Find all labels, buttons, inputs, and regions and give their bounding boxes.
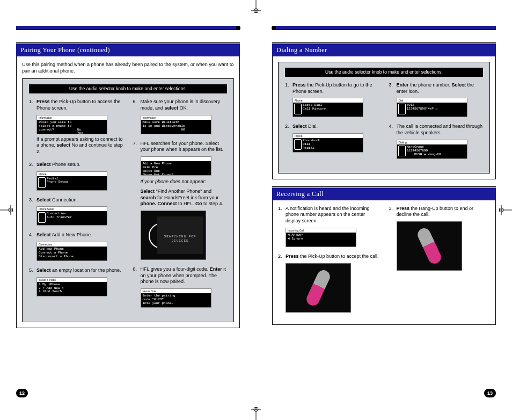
page-number-right: 13 <box>484 389 496 397</box>
receiving-col-1: A notification is heard and the incoming… <box>278 206 379 319</box>
page-number-left: 12 <box>16 389 28 397</box>
pairing-step-7: HFL searches for your phone. Select your… <box>133 141 228 260</box>
dialing-col-2: Enter the phone number. Select the enter… <box>389 82 484 165</box>
page-spread: Pairing Your Phone (continued) Use this … <box>0 0 512 420</box>
pairing-step-8: HFL gives you a four-digit code. Enter i… <box>133 266 228 308</box>
screen-add-new-phone: Connection Add New Phone Connect a Phone… <box>36 242 107 261</box>
pairing-col-2: Make sure your phone is in discovery mod… <box>133 99 228 314</box>
pairing-step-2: Select Phone setup. Phone Redial Phone S… <box>29 162 123 191</box>
screen-dial-entry: Dial |012_ 1234567890*#+P ↵ <box>397 98 467 117</box>
section-pairing: Pairing Your Phone (continued) Use this … <box>16 44 240 328</box>
page-12: Pairing Your Phone (continued) Use this … <box>0 0 256 420</box>
dialing-step-2: Select Dial. Phone Phonebook Dial Redial <box>285 124 379 153</box>
dialing-inset: Use the audio selector knob to make and … <box>278 62 490 173</box>
top-rule <box>272 26 496 30</box>
receiving-step-1: A notification is heard and the incoming… <box>278 206 379 247</box>
screen-incoming-call: Incoming Call ◄ Answer ◄ Ignore <box>286 228 356 247</box>
dialing-step-4: The call is connected and heard through … <box>389 124 484 158</box>
screen-connect-prompt: Information Would you like to select a p… <box>36 115 107 134</box>
pairing-step-5: Select an empty location for the phone. … <box>29 267 123 296</box>
section-receiving: Receiving a Call A notification is heard… <box>272 188 496 325</box>
pairing-col-1: Press the Pick-Up button to access the P… <box>29 99 123 314</box>
receiving-step-2: Press the Pick-Up button to accept the c… <box>278 254 379 313</box>
pairing-inset: Use the audio selector knob to make and … <box>22 78 234 322</box>
section-title-receiving: Receiving a Call <box>272 188 496 200</box>
page-13: Dialing a Number Use the audio selector … <box>256 0 512 420</box>
pairing-step-1-note: If a prompt appears asking to connect to… <box>36 136 123 155</box>
photo-hangup-button <box>397 221 462 271</box>
section-dialing: Dialing a Number Use the audio selector … <box>272 44 496 179</box>
section-title-dialing: Dialing a Number <box>272 44 496 56</box>
pairing-note: If your phone does not appear: <box>141 179 228 185</box>
pairing-hint: Use the audio selector knob to make and … <box>29 84 227 93</box>
screen-searching-devices: SEARCHING FOR DEVICES <box>141 211 206 260</box>
dialing-col-1: Press the Pick-Up button to go to the Ph… <box>285 82 379 165</box>
dialing-step-1: Press the Pick-Up button to go to the Ph… <box>285 82 379 117</box>
screen-phone-list: Add a New Phone Palm Pre Nexus One Phone… <box>141 156 211 176</box>
pairing-step-4: Select Add a New Phone. Connection Add N… <box>29 232 123 261</box>
receiving-step-3: Press the Hang-Up button to end or decli… <box>389 206 491 271</box>
pairing-step-1: Press the Pick-Up button to access the P… <box>29 99 123 155</box>
dialing-step-3: Enter the phone number. Select the enter… <box>389 82 484 117</box>
button-pill-icon <box>415 226 443 266</box>
screen-select-place: Select a Place 1 My iPhone 2 < Add New >… <box>36 277 107 296</box>
photo-pickup-button <box>286 263 351 313</box>
screen-dialing: Dialing MaryGrace 01234567890 PUSH ● Han… <box>397 140 467 159</box>
button-pill-icon <box>304 268 332 308</box>
screen-connection: Phone Setup Connection Auto Transfer <box>36 206 107 226</box>
screen-phone-main: Phone Speed Dial Call History <box>292 98 363 117</box>
top-rule <box>16 26 240 30</box>
pairing-note-body: Select "Find Another Phone" and search f… <box>141 189 228 207</box>
screen-phone-setup: Phone Redial Phone Setup <box>36 171 107 191</box>
screen-bluetooth-on: Information Make sure Bluetooth is on an… <box>141 115 211 134</box>
receiving-col-2: Press the Hang-Up button to end or decli… <box>389 206 491 319</box>
pairing-intro: Use this pairing method when a phone has… <box>22 62 234 74</box>
pairing-step-3: Select Connection. Phone Setup Connectio… <box>29 197 123 226</box>
dialing-hint: Use the audio selector knob to make and … <box>285 68 483 77</box>
pairing-step-6: Make sure your phone is in discovery mod… <box>133 99 228 134</box>
screen-pairing-code: Nexus One Enter the pairing code "0123" … <box>141 288 211 308</box>
section-title-pairing: Pairing Your Phone (continued) <box>16 44 240 56</box>
screen-dial-menu: Phone Phonebook Dial Redial <box>292 133 363 153</box>
